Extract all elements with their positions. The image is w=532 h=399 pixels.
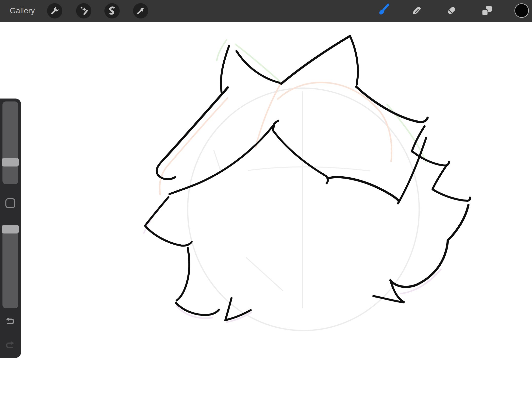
gallery-button[interactable]: Gallery: [10, 0, 35, 22]
guide-stroke: [214, 150, 221, 171]
sketch-lavender-stroke: [227, 312, 251, 322]
ink-stroke: [433, 190, 470, 201]
magic-wand-icon: [78, 5, 89, 16]
tool-sidebar: [0, 99, 21, 358]
ink-stroke: [432, 166, 446, 189]
ink-stroke: [177, 248, 189, 300]
guide-stroke: [246, 258, 283, 291]
undo-button[interactable]: [5, 316, 16, 326]
ink-stroke: [390, 241, 448, 287]
ink-stroke: [145, 226, 192, 246]
actions-button[interactable]: [47, 3, 62, 18]
redo-icon: [5, 339, 16, 350]
redo-button[interactable]: [5, 339, 16, 350]
ink-stroke: [236, 51, 280, 83]
color-button[interactable]: [514, 3, 529, 18]
selection-button[interactable]: [104, 3, 120, 18]
sketch-peach-stroke: [278, 83, 392, 161]
erase-tool-button[interactable]: [444, 3, 459, 18]
layers-button[interactable]: [479, 3, 494, 18]
arrow-cursor-icon: [135, 5, 146, 16]
modify-button[interactable]: [5, 198, 15, 208]
paintbrush-icon: [375, 3, 390, 18]
transform-button[interactable]: [133, 3, 148, 18]
adjustments-button[interactable]: [76, 3, 91, 18]
ink-stroke: [157, 160, 175, 179]
ink-stroke: [176, 303, 219, 315]
smudge-tool-button[interactable]: [409, 3, 424, 18]
sketch-green-stroke: [235, 44, 280, 81]
paint-tool-button[interactable]: [375, 3, 390, 18]
opacity-thumb[interactable]: [2, 225, 19, 233]
ink-stroke: [356, 87, 428, 122]
color-swatch-circle: [514, 3, 529, 18]
smudge-finger-icon: [409, 3, 424, 18]
guide-stroke: [188, 88, 419, 331]
ink-stroke: [373, 282, 404, 302]
ink-stroke: [398, 138, 426, 203]
eraser-icon: [444, 3, 459, 18]
ink-stroke: [350, 36, 358, 85]
ink-stroke: [273, 126, 328, 183]
opacity-slider[interactable]: [2, 225, 18, 308]
guide-stroke: [248, 167, 370, 171]
brush-size-slider[interactable]: [2, 101, 18, 184]
ink-stroke: [221, 46, 229, 93]
s-curve-icon: [107, 5, 117, 16]
undo-icon: [5, 316, 16, 326]
ink-stroke: [448, 205, 468, 240]
ink-stroke: [169, 121, 278, 194]
layers-icon: [479, 3, 494, 18]
drawing-canvas[interactable]: [0, 0, 532, 399]
gallery-label: Gallery: [10, 6, 35, 15]
top-toolbar: Gallery: [0, 0, 532, 22]
ink-stroke: [164, 87, 228, 160]
ink-stroke: [281, 36, 350, 84]
brush-size-thumb[interactable]: [2, 158, 19, 166]
wrench-icon: [49, 5, 60, 16]
ink-stroke: [145, 197, 168, 225]
ink-stroke: [328, 177, 399, 201]
